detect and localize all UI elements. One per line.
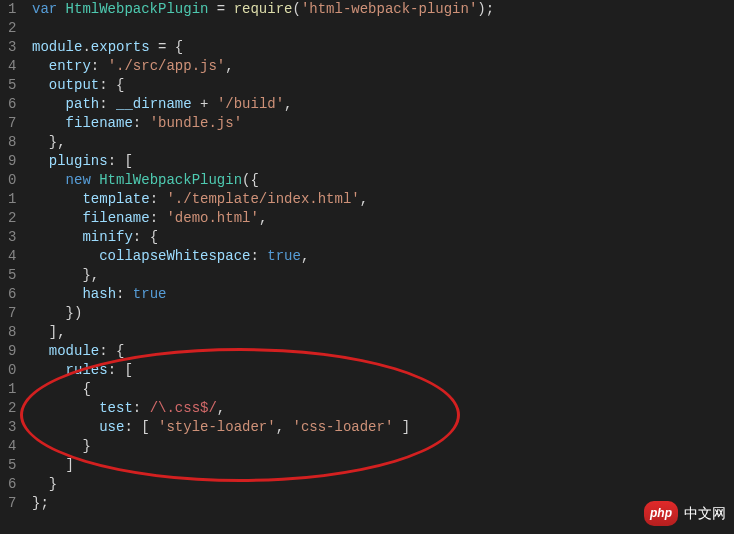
line-number: 2 (8, 399, 16, 418)
token-str: './src/app.js' (108, 58, 226, 74)
code-line[interactable]: plugins: [ (32, 152, 734, 171)
token-prop: plugins (49, 153, 108, 169)
token-punc: } (32, 476, 57, 492)
code-line[interactable]: }, (32, 266, 734, 285)
token-str: '/build' (217, 96, 284, 112)
code-line[interactable]: }, (32, 133, 734, 152)
token-punc (32, 229, 82, 245)
code-line[interactable]: filename: 'bundle.js' (32, 114, 734, 133)
token-punc: : (99, 96, 116, 112)
token-punc: , (360, 191, 368, 207)
line-number: 9 (8, 342, 16, 361)
line-number: 3 (8, 228, 16, 247)
line-number: 4 (8, 437, 16, 456)
code-line[interactable]: }) (32, 304, 734, 323)
token-cls: HtmlWebpackPlugin (99, 172, 242, 188)
token-str: 'html-webpack-plugin' (301, 1, 477, 17)
token-str: './template/index.html' (166, 191, 359, 207)
code-line[interactable]: hash: true (32, 285, 734, 304)
token-str: 'css-loader' (292, 419, 393, 435)
token-punc: : (91, 58, 108, 74)
line-number: 9 (8, 152, 16, 171)
token-cls: HtmlWebpackPlugin (66, 1, 209, 17)
token-prop: hash (82, 286, 116, 302)
token-punc (32, 115, 66, 131)
code-line[interactable]: use: [ 'style-loader', 'css-loader' ] (32, 418, 734, 437)
token-punc (32, 400, 99, 416)
code-line[interactable]: module: { (32, 342, 734, 361)
token-punc: , (284, 96, 292, 112)
code-line[interactable] (32, 19, 734, 38)
token-punc: : [ (108, 362, 133, 378)
token-prop: collapseWhitespace (99, 248, 250, 264)
token-str: 'style-loader' (158, 419, 276, 435)
code-line[interactable]: path: __dirname + '/build', (32, 95, 734, 114)
line-number: 6 (8, 475, 16, 494)
token-punc: : (133, 400, 150, 416)
code-line[interactable]: }; (32, 494, 734, 513)
token-punc: : [ (108, 153, 133, 169)
line-number: 7 (8, 114, 16, 133)
token-punc: : (150, 191, 167, 207)
token-punc (32, 286, 82, 302)
token-kw: new (66, 172, 100, 188)
token-punc: : { (133, 229, 158, 245)
code-line[interactable]: } (32, 475, 734, 494)
token-punc: = { (150, 39, 184, 55)
line-number: 2 (8, 209, 16, 228)
code-line[interactable]: template: './template/index.html', (32, 190, 734, 209)
token-punc: { (32, 381, 91, 397)
token-punc: + (192, 96, 217, 112)
code-line[interactable]: collapseWhitespace: true, (32, 247, 734, 266)
code-line[interactable]: new HtmlWebpackPlugin({ (32, 171, 734, 190)
code-line[interactable]: var HtmlWebpackPlugin = require('html-we… (32, 0, 734, 19)
token-punc: : (116, 286, 133, 302)
token-punc: : { (99, 343, 124, 359)
token-punc: , (259, 210, 267, 226)
code-line[interactable]: minify: { (32, 228, 734, 247)
token-punc (32, 248, 99, 264)
code-content[interactable]: var HtmlWebpackPlugin = require('html-we… (28, 0, 734, 534)
line-number: 1 (8, 190, 16, 209)
line-number: 7 (8, 494, 16, 513)
token-prop: output (49, 77, 99, 93)
line-number: 3 (8, 38, 16, 57)
token-regex: /\.css$/ (150, 400, 217, 416)
token-punc: , (276, 419, 293, 435)
code-line[interactable]: entry: './src/app.js', (32, 57, 734, 76)
token-punc (32, 343, 49, 359)
code-line[interactable]: filename: 'demo.html', (32, 209, 734, 228)
watermark-badge: php (644, 501, 678, 526)
line-number: 6 (8, 95, 16, 114)
token-var: exports (91, 39, 150, 55)
line-number: 6 (8, 285, 16, 304)
line-number: 5 (8, 456, 16, 475)
code-line[interactable]: ], (32, 323, 734, 342)
token-punc: } (32, 438, 91, 454)
watermark-text: 中文网 (684, 504, 726, 523)
token-punc (32, 210, 82, 226)
token-bool: true (267, 248, 301, 264)
token-prop: entry (49, 58, 91, 74)
line-number: 7 (8, 304, 16, 323)
token-prop: path (66, 96, 100, 112)
code-line[interactable]: rules: [ (32, 361, 734, 380)
code-line[interactable]: module.exports = { (32, 38, 734, 57)
line-number: 8 (8, 133, 16, 152)
code-line[interactable]: } (32, 437, 734, 456)
token-prop: module (49, 343, 99, 359)
token-punc (32, 58, 49, 74)
token-punc (32, 191, 82, 207)
watermark: php 中文网 (644, 501, 726, 526)
line-number: 8 (8, 323, 16, 342)
code-line[interactable]: ] (32, 456, 734, 475)
line-number: 5 (8, 76, 16, 95)
code-editor[interactable]: 123456789012345678901234567 var HtmlWebp… (0, 0, 734, 534)
code-line[interactable]: output: { (32, 76, 734, 95)
token-punc: ] (32, 457, 74, 473)
token-punc: : (150, 210, 167, 226)
line-number: 4 (8, 247, 16, 266)
code-line[interactable]: test: /\.css$/, (32, 399, 734, 418)
token-punc: ], (32, 324, 66, 340)
code-line[interactable]: { (32, 380, 734, 399)
